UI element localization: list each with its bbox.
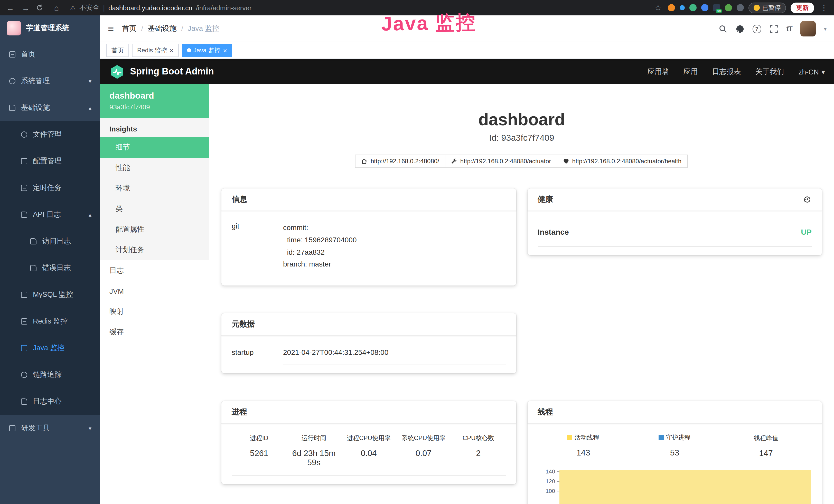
sidebar-item-redis-monitor[interactable]: Redis 监控 bbox=[0, 308, 100, 335]
fullscreen-icon[interactable] bbox=[770, 24, 778, 33]
actuator-url-link[interactable]: http://192.168.0.2:48080/actuator bbox=[445, 155, 557, 168]
github-icon[interactable] bbox=[736, 24, 744, 33]
history-icon[interactable] bbox=[803, 195, 812, 204]
breadcrumb-home[interactable]: 首页 bbox=[122, 24, 136, 33]
link-label: http://192.168.0.2:48080/actuator/health bbox=[572, 158, 681, 165]
sba-item-caches[interactable]: 缓存 bbox=[100, 322, 209, 343]
sba-nav-applications[interactable]: 应用 bbox=[683, 67, 698, 76]
sidebar-item-mysql-monitor[interactable]: MySQL 监控 bbox=[0, 281, 100, 308]
browser-actions: ☆ on 已暂停 更新 ⋮ bbox=[653, 2, 829, 13]
process-metric: 进程ID 5261 bbox=[232, 434, 286, 467]
sba-nav-journal[interactable]: 日志报表 bbox=[712, 67, 741, 76]
tab-java-monitor[interactable]: Java 监控 × bbox=[182, 44, 232, 57]
extension-leaf-icon[interactable] bbox=[725, 4, 732, 11]
sba-item-scheduled-tasks[interactable]: 计划任务 bbox=[100, 240, 209, 260]
bookmark-star-icon[interactable]: ☆ bbox=[653, 3, 663, 12]
close-icon[interactable]: × bbox=[223, 47, 227, 54]
info-line: branch: master bbox=[283, 258, 506, 271]
help-icon[interactable]: ? bbox=[752, 24, 761, 33]
sidebar-item-scheduled-jobs[interactable]: 定时任务 bbox=[0, 175, 100, 201]
sba-item-details[interactable]: 细节 bbox=[100, 137, 209, 158]
service-url-link[interactable]: http://192.168.0.2:48080/ bbox=[355, 155, 445, 168]
url-path[interactable]: /infra/admin-server bbox=[196, 4, 252, 12]
user-avatar[interactable] bbox=[800, 21, 816, 37]
extension-pin-icon[interactable] bbox=[680, 5, 685, 10]
extension-switch-icon[interactable]: on bbox=[713, 4, 720, 11]
refresh-icon[interactable] bbox=[36, 4, 46, 11]
avatar-caret-icon[interactable]: ▾ bbox=[824, 26, 827, 31]
screen: ← → ⌂ ⚠ 不安全 | dashboard.yudao.iocoder.cn… bbox=[0, 0, 834, 504]
tab-redis-monitor[interactable]: Redis 监控 × bbox=[132, 44, 178, 57]
instance-links: http://192.168.0.2:48080/ http://192.168… bbox=[221, 155, 822, 168]
security-label[interactable]: 不安全 bbox=[79, 3, 100, 12]
legend-value: 147 bbox=[720, 449, 812, 458]
sidebar-item-access-log[interactable]: 访问日志 bbox=[0, 228, 100, 255]
sba-item-jvm[interactable]: JVM bbox=[100, 281, 209, 301]
sba-item-config-props[interactable]: 配置属性 bbox=[100, 219, 209, 240]
sba-item-environment[interactable]: 环境 bbox=[100, 178, 209, 199]
sidebar-item-java-monitor[interactable]: Java 监控 bbox=[0, 335, 100, 362]
sba-item-label: JVM bbox=[109, 287, 124, 295]
close-icon[interactable]: × bbox=[170, 47, 173, 54]
app-title: 芋道管理系统 bbox=[26, 24, 69, 33]
smiley-icon bbox=[753, 5, 760, 11]
app-logo[interactable]: 芋道管理系统 bbox=[0, 16, 100, 41]
update-button[interactable]: 更新 bbox=[791, 2, 814, 13]
search-icon[interactable] bbox=[719, 24, 727, 33]
locale-select[interactable]: zh-CN ▾ bbox=[798, 68, 825, 76]
legend-label: 线程峰值 bbox=[753, 434, 778, 443]
metric-label: 系统CPU使用率 bbox=[396, 434, 451, 443]
browser-home-icon[interactable]: ⌂ bbox=[51, 3, 62, 12]
card-body: Instance UP bbox=[527, 211, 822, 255]
extension-vue-icon[interactable] bbox=[689, 4, 697, 11]
sidebar-item-tracing[interactable]: 链路追踪 bbox=[0, 362, 100, 388]
url-host[interactable]: dashboard.yudao.iocoder.cn bbox=[108, 4, 192, 12]
instance-header[interactable]: dashboard 93a3fc7f7409 bbox=[100, 84, 209, 118]
sba-nav-wallboard[interactable]: 应用墙 bbox=[648, 67, 669, 76]
breadcrumb-infra[interactable]: 基础设施 bbox=[148, 24, 176, 33]
metric-label: CPU核心数 bbox=[451, 434, 506, 443]
sba-item-mappings[interactable]: 映射 bbox=[100, 301, 209, 322]
sidebar-item-config-management[interactable]: 配置管理 bbox=[0, 148, 100, 175]
timer-icon bbox=[21, 184, 28, 191]
tab-home[interactable]: 首页 bbox=[106, 44, 129, 57]
active-dot-icon bbox=[187, 48, 191, 52]
annotation-text: Java 监控 bbox=[381, 9, 477, 37]
health-url-link[interactable]: http://192.168.0.2:48080/actuator/health bbox=[556, 155, 687, 168]
sidebar-item-infra[interactable]: 基础设施 ▴ bbox=[0, 94, 100, 121]
back-icon[interactable]: ← bbox=[5, 3, 16, 12]
sidebar-item-log-center[interactable]: 日志中心 bbox=[0, 388, 100, 415]
sidebar-item-home[interactable]: 首页 bbox=[0, 41, 100, 68]
page-subtitle: Id: 93a3fc7f7409 bbox=[221, 133, 822, 143]
threads-legend: 活动线程 143 守护进程 53 线程峰值 147 bbox=[537, 431, 812, 458]
sba-item-logging[interactable]: 日志 bbox=[100, 260, 209, 281]
sba-item-label: 类 bbox=[115, 204, 123, 214]
paused-badge[interactable]: 已暂停 bbox=[748, 2, 786, 13]
info-line: id: 27aa832 bbox=[283, 246, 506, 258]
hamburger-icon[interactable]: ≡ bbox=[108, 23, 114, 35]
sba-item-metrics[interactable]: 性能 bbox=[100, 158, 209, 178]
metric-label: 进程ID bbox=[232, 434, 286, 443]
sidebar-item-dev-tools[interactable]: 研发工具 ▾ bbox=[0, 415, 100, 442]
forward-icon[interactable]: → bbox=[21, 3, 31, 12]
address-bar[interactable]: ⚠ 不安全 | dashboard.yudao.iocoder.cn/infra… bbox=[67, 3, 648, 12]
metadata-card: 元数据 startup 2021-04-27T00:44:31.254+08:0… bbox=[221, 313, 516, 373]
health-row-instance: Instance UP bbox=[537, 218, 812, 247]
card-body: startup 2021-04-27T00:44:31.254+08:00 bbox=[221, 336, 516, 373]
browser-menu-icon[interactable]: ⋮ bbox=[819, 3, 829, 12]
extension-paw-icon[interactable] bbox=[737, 4, 744, 11]
sidebar-item-error-log[interactable]: 错误日志 bbox=[0, 255, 100, 281]
sidebar-item-system[interactable]: 系统管理 ▾ bbox=[0, 68, 100, 94]
sidebar-item-label: Redis 监控 bbox=[33, 317, 68, 326]
extension-grid-icon[interactable] bbox=[701, 4, 708, 11]
sba-nav-about[interactable]: 关于我们 bbox=[755, 67, 784, 76]
extension-fox-icon[interactable] bbox=[668, 4, 675, 11]
sidebar-item-file-management[interactable]: 文件管理 bbox=[0, 121, 100, 148]
metric-label: 进程CPU使用率 bbox=[342, 434, 396, 443]
font-size-icon[interactable]: tT bbox=[787, 25, 792, 33]
sba-item-classes[interactable]: 类 bbox=[100, 199, 209, 219]
chart-plot-area bbox=[559, 466, 812, 504]
sidebar-item-api-log[interactable]: API 日志 ▴ bbox=[0, 201, 100, 228]
on-badge: on bbox=[716, 9, 722, 13]
sba-brand[interactable]: Spring Boot Admin bbox=[109, 64, 214, 79]
